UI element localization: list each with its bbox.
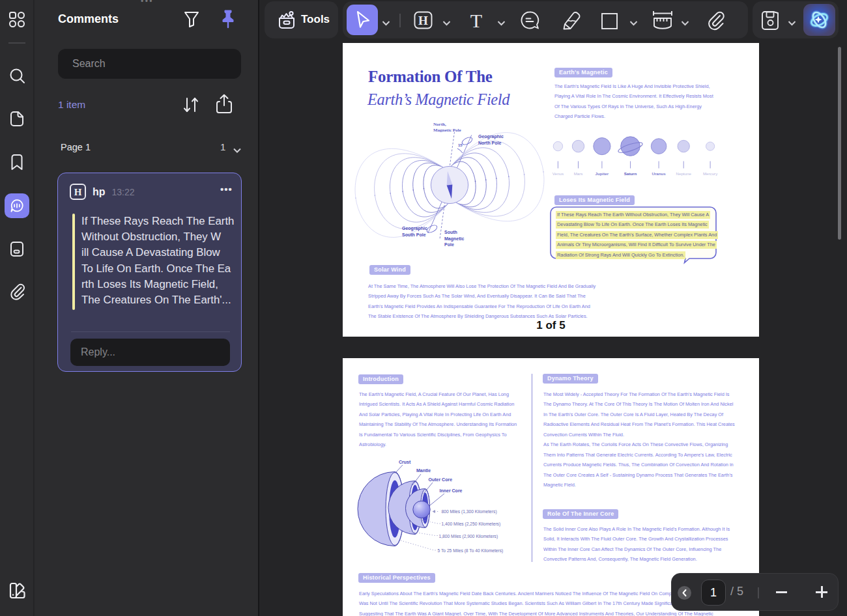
svg-text:Mantle: Mantle <box>416 468 431 473</box>
svg-text:Neptune: Neptune <box>676 171 691 176</box>
svg-text:Mercury: Mercury <box>703 171 718 176</box>
svg-text:Venus: Venus <box>553 171 564 176</box>
svg-text:Mars: Mars <box>574 171 583 176</box>
svg-text:15: 15 <box>458 143 463 147</box>
svg-text:H: H <box>418 14 428 27</box>
svg-text:Uranus: Uranus <box>652 171 666 176</box>
svg-text:1,800 Miles (2,900 Kilometers): 1,800 Miles (2,900 Kilometers) <box>439 534 498 539</box>
svg-text:1,400 Miles (2,250 Kilometers): 1,400 Miles (2,250 Kilometers) <box>442 522 501 527</box>
svg-text:Crust: Crust <box>399 460 411 464</box>
svg-text:Inner Core: Inner Core <box>440 488 463 493</box>
svg-text:Jupiter: Jupiter <box>596 171 609 176</box>
svg-text:T: T <box>470 11 482 30</box>
svg-text:5 To 25 Miles (8 To 40 Kilomet: 5 To 25 Miles (8 To 40 Kilometers) <box>438 548 504 553</box>
svg-text:Saturn: Saturn <box>624 171 637 176</box>
svg-text:800 Miles (1,300 Kilometers): 800 Miles (1,300 Kilometers) <box>442 509 497 514</box>
svg-text:Outer Core: Outer Core <box>429 477 453 482</box>
